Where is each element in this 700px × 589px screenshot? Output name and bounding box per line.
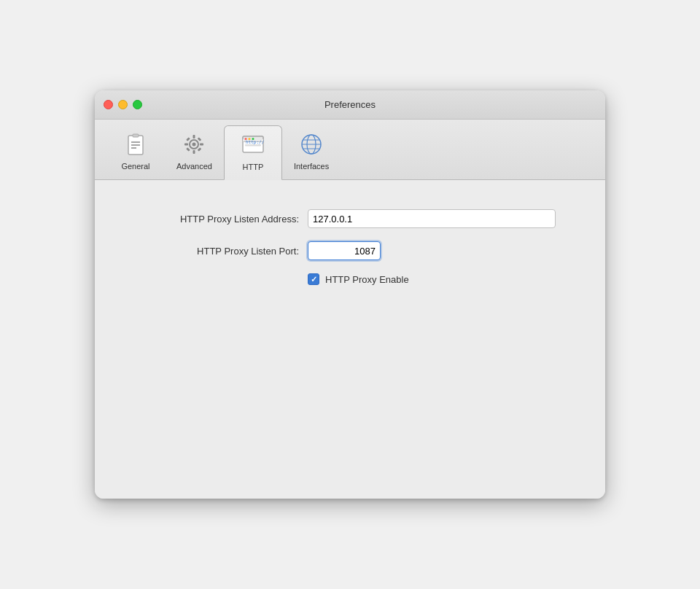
checkbox-wrapper[interactable]: ✓ HTTP Proxy Enable (308, 273, 409, 285)
tab-interfaces[interactable]: Interfaces (282, 125, 341, 179)
svg-rect-1 (133, 134, 139, 137)
form-section: HTTP Proxy Listen Address: HTTP Proxy Li… (124, 209, 576, 285)
interfaces-icon (297, 130, 326, 159)
http-proxy-enable-checkbox[interactable]: ✓ (308, 273, 319, 285)
address-label: HTTP Proxy Listen Address: (124, 214, 299, 225)
preferences-window: Preferences General (95, 90, 605, 499)
tab-http[interactable]: http:// HTTP (224, 125, 282, 180)
svg-rect-8 (193, 150, 195, 154)
address-row: HTTP Proxy Listen Address: (124, 209, 576, 228)
http-icon: http:// (238, 130, 268, 160)
svg-rect-9 (184, 144, 188, 146)
title-bar: Preferences (95, 90, 605, 120)
svg-rect-21 (245, 144, 261, 147)
address-input[interactable] (308, 209, 556, 228)
interfaces-tab-label: Interfaces (294, 162, 329, 171)
general-tab-label: General (121, 162, 149, 171)
svg-rect-12 (198, 137, 202, 141)
advanced-icon (179, 130, 209, 159)
content-area: HTTP Proxy Listen Address: HTTP Proxy Li… (95, 180, 605, 499)
checkmark-icon: ✓ (311, 276, 317, 284)
port-input[interactable] (308, 241, 381, 260)
advanced-tab-label: Advanced (176, 162, 212, 171)
traffic-lights (104, 100, 142, 109)
toolbar: General Advanced (95, 120, 605, 180)
checkbox-row: ✓ HTTP Proxy Enable (308, 273, 576, 285)
close-button[interactable] (104, 100, 113, 109)
general-icon (121, 130, 150, 159)
minimize-button[interactable] (118, 100, 128, 109)
tab-general[interactable]: General (106, 125, 165, 179)
port-label: HTTP Proxy Listen Port: (124, 246, 299, 257)
maximize-button[interactable] (133, 100, 142, 109)
checkbox-label: HTTP Proxy Enable (325, 274, 409, 285)
http-tab-label: HTTP (243, 163, 264, 171)
svg-point-6 (192, 143, 196, 147)
svg-text:http://: http:// (246, 139, 265, 145)
svg-rect-14 (198, 147, 202, 152)
svg-rect-10 (200, 144, 203, 146)
window-title: Preferences (324, 99, 376, 110)
svg-rect-11 (187, 137, 191, 141)
svg-rect-13 (187, 147, 191, 152)
port-row: HTTP Proxy Listen Port: (124, 241, 576, 260)
svg-rect-7 (193, 135, 195, 139)
tab-advanced[interactable]: Advanced (165, 125, 224, 179)
